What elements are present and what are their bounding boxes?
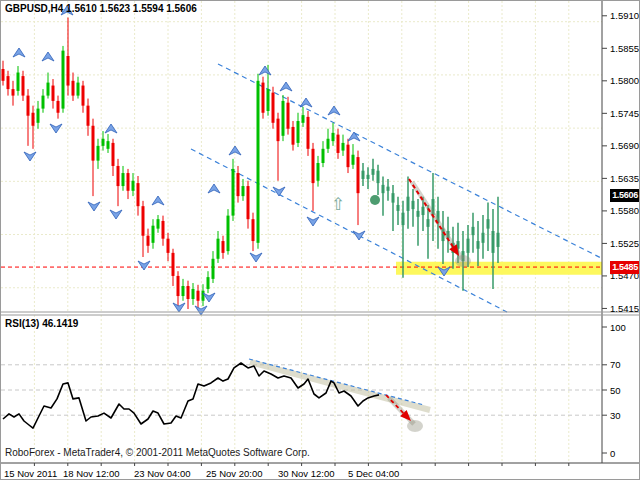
rsi-axis-label: 70: [610, 359, 621, 370]
channel-trendlines: [191, 64, 601, 312]
rsi-axis-label: 100: [610, 322, 626, 333]
fractal-up-icon: [13, 48, 25, 57]
fractal-down-icon: [50, 124, 62, 133]
copyright-text: RoboForex - MetaTrader4, © 2001-2011 Met…: [5, 447, 310, 458]
fractal-down-icon: [353, 231, 365, 240]
rsi-axis-label: 50: [610, 385, 621, 396]
fractal-down-icon: [173, 303, 185, 312]
rsi-axis-label: 0: [610, 448, 615, 459]
price-axis-label: 1.5635: [610, 173, 639, 184]
fractal-down-icon: [307, 217, 319, 226]
last-price-badge: 1.5606: [610, 189, 640, 202]
time-axis-label: 15 Nov 2011: [4, 468, 57, 479]
price-axis-label: 1.5580: [610, 205, 639, 216]
axis-labels: 1.59101.58551.58001.57451.56901.56351.55…: [4, 10, 639, 479]
fractal-up-icon: [208, 184, 220, 193]
rsi-layer: [3, 359, 430, 428]
fractal-down-icon: [250, 253, 262, 262]
fractal-down-icon: [203, 293, 215, 302]
price-axis-label: 1.5910: [610, 10, 639, 21]
green-dot-icon: [370, 195, 380, 205]
rsi-line: [3, 363, 379, 428]
price-axis-label: 1.5855: [610, 43, 639, 54]
rsi-indicator-label: RSI(13) 46.1419: [5, 318, 78, 329]
price-axis-label: 1.5800: [610, 75, 639, 86]
panel-borders: [1, 1, 640, 463]
fractal-up-icon: [328, 106, 340, 115]
grid-layer: [1, 1, 602, 463]
fractal-down-icon: [273, 187, 285, 196]
fractal-down-icon: [195, 306, 207, 315]
annotation-icons: ⇧: [331, 195, 380, 214]
time-axis-label: 5 Dec 04:00: [348, 468, 399, 479]
rsi-axis-label: 30: [610, 410, 621, 421]
fractal-up-icon: [152, 196, 164, 205]
time-axis-label: 30 Nov 12:00: [278, 468, 335, 479]
fractal-up-icon: [348, 132, 360, 141]
chart-canvas[interactable]: ⇧1.59101.58551.58001.57451.56901.56351.5…: [1, 1, 640, 480]
fractal-down-icon: [88, 202, 100, 211]
fractal-up-icon: [259, 66, 271, 75]
fractal-up-icon: [280, 82, 292, 91]
price-axis-label: 1.5745: [610, 108, 639, 119]
time-axis-label: 18 Nov 12:00: [63, 468, 120, 479]
fractal-markers: [13, 6, 450, 315]
up-arrow-symbol-icon: ⇧: [331, 195, 345, 214]
mt4-chart-window: ⇧1.59101.58551.58001.57451.56901.56351.5…: [0, 0, 640, 480]
price-axis-label: 1.5525: [610, 238, 639, 249]
fractal-up-icon: [42, 52, 54, 61]
fractal-down-icon: [110, 210, 122, 219]
support-level-badge: 1.5485: [610, 261, 640, 274]
support-zone-highlight: [396, 262, 602, 275]
price-axis-label: 1.5690: [610, 140, 639, 151]
time-axis-label: 23 Nov 04:00: [134, 468, 191, 479]
time-axis-label: 25 Nov 20:00: [206, 468, 263, 479]
fractal-down-icon: [24, 152, 36, 161]
price-axis-label: 1.5415: [610, 303, 639, 314]
fractal-down-icon: [138, 261, 150, 270]
chart-title: GBPUSD,H4 1.5610 1.5623 1.5594 1.5606: [5, 3, 197, 14]
